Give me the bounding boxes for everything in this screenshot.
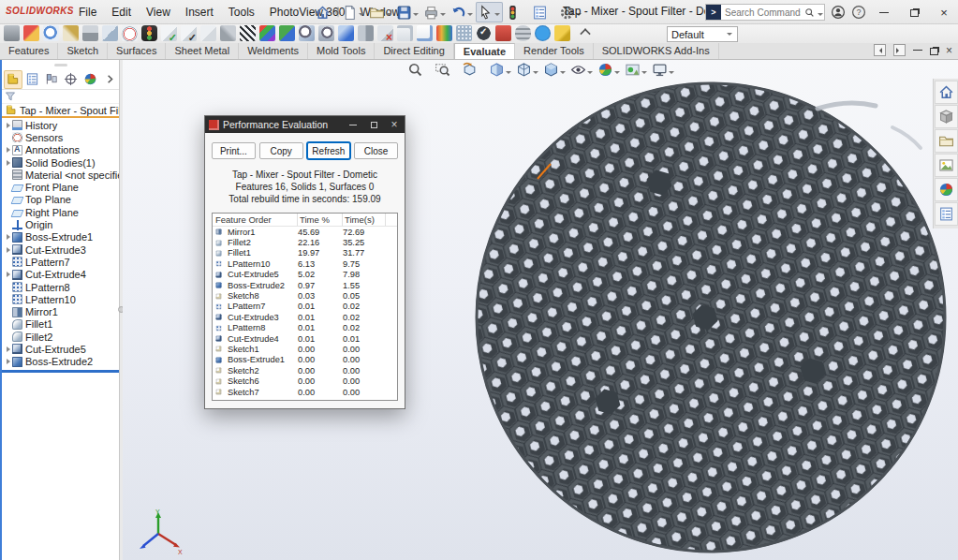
mass-properties-icon[interactable]: [82, 25, 98, 41]
section-view-icon[interactable]: [488, 61, 513, 79]
view-orientation-icon[interactable]: [515, 61, 540, 79]
expand-arrow-icon[interactable]: [7, 359, 10, 364]
feature-time-row[interactable]: Mirror1 45.69 72.69: [213, 227, 397, 237]
doc-close-button[interactable]: ×: [946, 45, 952, 56]
ribbon-tab[interactable]: Sketch: [58, 43, 108, 59]
close-button[interactable]: ×: [932, 2, 956, 22]
search-input[interactable]: [721, 7, 804, 18]
symmetry-check-icon[interactable]: [358, 25, 374, 41]
dropdown-caret-icon[interactable]: [386, 13, 391, 19]
design-check-icon[interactable]: [476, 25, 492, 41]
dropdown-caret-icon[interactable]: [494, 13, 500, 19]
compare-icon[interactable]: [200, 25, 216, 41]
dialog-titlebar[interactable]: Performance Evaluation ×: [205, 116, 405, 133]
help-icon[interactable]: [851, 5, 866, 20]
ribbon-tab[interactable]: Evaluate: [454, 43, 515, 59]
menu-item[interactable]: Edit: [104, 0, 139, 24]
previous-view-icon[interactable]: [461, 61, 486, 79]
design-checker-icon[interactable]: [141, 25, 157, 41]
dropdown-caret-icon[interactable]: [467, 13, 473, 19]
view-settings-icon[interactable]: [651, 61, 676, 79]
dialog-maximize-button[interactable]: [363, 116, 384, 133]
feature-tree-item[interactable]: Material <not specified>: [2, 169, 119, 181]
dropdown-caret-icon[interactable]: [413, 13, 419, 19]
feature-time-row[interactable]: Sketch7 0.00 0.00: [213, 387, 397, 397]
dropdown-caret-icon[interactable]: [440, 13, 446, 19]
doc-restore-button[interactable]: [930, 46, 938, 55]
feature-time-row[interactable]: LPattern10 6.13 9.75: [213, 258, 397, 269]
compare-documents-icon[interactable]: [397, 25, 413, 41]
ribbon-tab[interactable]: Sheet Metal: [166, 43, 239, 59]
zebra-stripes-icon[interactable]: [240, 25, 256, 41]
dialog-button[interactable]: Close: [354, 142, 398, 159]
feature-tree-item[interactable]: LPattern10: [2, 293, 119, 305]
hide-show-items-icon[interactable]: [569, 61, 595, 79]
feature-tree-root[interactable]: Tap - Mixer - Spout Filter -: [2, 104, 119, 118]
appearances-scenes-icon[interactable]: [935, 178, 958, 201]
feature-tree-item[interactable]: Annotations: [2, 144, 119, 156]
feature-tree-item[interactable]: LPattern7: [2, 256, 119, 268]
expand-arrow-icon[interactable]: [7, 247, 10, 253]
dropdown-caret-icon[interactable]: [359, 13, 364, 19]
feature-time-row[interactable]: Cut-Extrude3 0.01 0.02: [213, 312, 397, 322]
feature-time-row[interactable]: LPattern8 0.01 0.02: [213, 323, 397, 333]
feature-time-row[interactable]: Fillet1 19.97 31.77: [213, 248, 397, 258]
solidworks-resources-icon[interactable]: [935, 105, 958, 128]
deviation-analysis-icon[interactable]: [377, 25, 393, 41]
speedpak-icon[interactable]: [23, 25, 39, 41]
draft-analysis-icon[interactable]: [279, 25, 295, 41]
section-properties-icon[interactable]: [102, 25, 118, 41]
rollback-bar[interactable]: [2, 370, 119, 373]
display-style-icon[interactable]: [542, 61, 567, 79]
feature-time-row[interactable]: Cut-Extrude4 0.01 0.01: [213, 333, 397, 344]
fasteners-icon[interactable]: [4, 25, 20, 41]
expand-arrow-icon[interactable]: [7, 234, 10, 240]
new-document-icon[interactable]: [340, 2, 367, 22]
dialog-button[interactable]: Refresh: [307, 142, 351, 159]
configurationmanager-tab-icon[interactable]: [42, 70, 61, 89]
feature-tree-item[interactable]: Sensors: [2, 131, 119, 143]
feature-tree-item[interactable]: Cut-Extrude5: [2, 343, 119, 355]
feature-time-list[interactable]: Feature Order Time % Time(s) Mirror1 45.…: [212, 213, 398, 401]
dialog-close-icon[interactable]: ×: [384, 116, 405, 133]
feature-tree-item[interactable]: Top Plane: [2, 194, 119, 206]
save-icon[interactable]: [394, 2, 421, 22]
feature-tree-item[interactable]: Front Plane: [2, 181, 119, 193]
zoom-fit-icon[interactable]: [406, 61, 432, 79]
zoom-area-icon[interactable]: [434, 61, 459, 79]
mesh-icon[interactable]: [456, 25, 472, 41]
menu-item[interactable]: Insert: [178, 0, 221, 24]
file-properties-icon[interactable]: [530, 2, 557, 22]
floxpress-icon[interactable]: [495, 25, 511, 41]
rebuild-traffic-light-icon[interactable]: [503, 2, 530, 22]
ribbon-tab[interactable]: Direct Editing: [375, 43, 453, 59]
hud-caret-icon[interactable]: [533, 71, 538, 77]
tree-filter-funnel-icon[interactable]: [5, 91, 16, 102]
view-palette-icon[interactable]: [935, 154, 958, 177]
open-icon[interactable]: [367, 2, 394, 22]
home-tab-icon[interactable]: [935, 81, 958, 104]
ribbon-tab[interactable]: SOLIDWORKS Add-Ins: [594, 43, 719, 59]
toolbox-icon[interactable]: [554, 25, 570, 41]
dialog-button[interactable]: Print...: [212, 142, 256, 159]
expand-arrow-icon[interactable]: [7, 123, 10, 128]
panel-drag-handle[interactable]: [2, 60, 119, 69]
sensor-icon[interactable]: [122, 25, 138, 41]
hud-caret-icon[interactable]: [506, 71, 511, 77]
curvature-comb-icon[interactable]: [436, 25, 452, 41]
print-icon[interactable]: [421, 2, 449, 22]
parting-line-analysis-icon[interactable]: [318, 25, 334, 41]
feature-time-row[interactable]: Sketch2 0.00 0.00: [213, 365, 397, 376]
ribbon-tab[interactable]: Render Tools: [515, 43, 594, 59]
hud-caret-icon[interactable]: [669, 71, 674, 77]
feature-tree-item[interactable]: Cut-Extrude4: [2, 269, 119, 281]
magnifier-icon[interactable]: [804, 7, 815, 18]
displaymanager-tab-icon[interactable]: [81, 70, 100, 89]
configuration-select[interactable]: Default: [667, 26, 738, 42]
edit-appearance-icon[interactable]: [597, 61, 622, 79]
expand-arrow-icon[interactable]: [7, 147, 10, 153]
feature-tree-item[interactable]: Origin: [2, 218, 119, 230]
next-window-icon[interactable]: [893, 44, 906, 56]
costing-icon[interactable]: [515, 25, 531, 41]
user-account-icon[interactable]: [831, 5, 846, 20]
